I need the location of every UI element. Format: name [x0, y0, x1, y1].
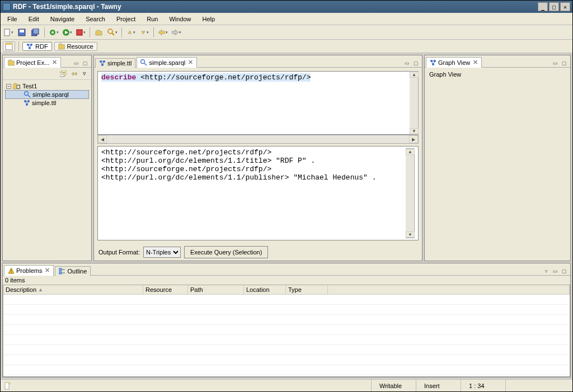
titlebar[interactable]: RDF - Test1/simple.sparql - Tawny _ □ ✕	[1, 1, 572, 13]
perspective-resource-label: Resource	[67, 43, 93, 50]
graph-view-tab[interactable]: Graph View ✕	[426, 57, 482, 68]
outline-tab-label: Outline	[67, 268, 87, 275]
minimize-view-button[interactable]: ▭	[72, 59, 80, 67]
perspective-rdf-label: RDF	[35, 43, 48, 50]
vertical-scrollbar[interactable]: ▲ ▼	[410, 71, 419, 135]
tree-project-root[interactable]: − Test1	[5, 82, 89, 90]
menu-run[interactable]: Run	[142, 15, 162, 23]
link-editor-button[interactable]	[69, 69, 78, 78]
menu-help[interactable]: Help	[198, 15, 220, 23]
menu-window[interactable]: Window	[165, 15, 195, 23]
collapse-all-button[interactable]	[59, 69, 68, 78]
problems-rows	[3, 295, 570, 376]
svg-rect-57	[5, 382, 9, 389]
tree-root-label: Test1	[22, 83, 37, 89]
scroll-track[interactable]	[107, 135, 409, 143]
scroll-down-button[interactable]: ▼	[406, 232, 415, 238]
warning-icon	[8, 267, 15, 274]
tree-item-sparql[interactable]: simple.sparql	[5, 90, 89, 99]
project-tree[interactable]: − Test1 simple.sparql simple.tt	[3, 80, 91, 109]
problems-view: Problems ✕ Outline ▿ ▭ ▢ 0 items Descrip	[2, 263, 571, 377]
close-button[interactable]: ✕	[560, 2, 570, 11]
close-icon[interactable]: ✕	[52, 59, 57, 66]
svg-rect-53	[59, 268, 62, 271]
output-format-select[interactable]: N-Triples	[143, 247, 181, 258]
search-button[interactable]: ▾	[107, 27, 118, 38]
problems-table[interactable]: Description ▲ Resource Path Location Typ…	[3, 285, 570, 377]
maximize-view-button[interactable]: ▢	[412, 59, 420, 67]
close-icon[interactable]: ✕	[473, 59, 478, 66]
minimize-view-button[interactable]: ▭	[403, 59, 411, 67]
outline-tab[interactable]: Outline	[55, 266, 91, 276]
next-annotation-button[interactable]: ▾	[139, 27, 150, 38]
forward-button[interactable]: ▾	[171, 27, 182, 38]
svg-marker-13	[142, 31, 145, 34]
view-menu-button[interactable]: ▿	[542, 267, 550, 275]
minimize-button[interactable]: _	[538, 2, 548, 11]
scroll-up-button[interactable]: ▲	[406, 149, 415, 155]
menu-navigate[interactable]: Navigate	[46, 15, 79, 23]
col-description[interactable]: Description ▲	[3, 285, 143, 294]
horizontal-scrollbar[interactable]: ◀ ▶	[97, 135, 419, 144]
minimize-view-button[interactable]: ▭	[551, 59, 559, 67]
perspective-rdf[interactable]: RDF	[22, 42, 52, 51]
scroll-track[interactable]	[410, 78, 418, 128]
back-button[interactable]: ▾	[157, 27, 168, 38]
problems-tab[interactable]: Problems ✕	[4, 265, 54, 276]
query-input[interactable]: describe <http://sourceforge.net/project…	[97, 71, 410, 135]
menu-edit[interactable]: Edit	[24, 15, 44, 23]
close-icon[interactable]: ✕	[45, 267, 50, 274]
svg-rect-0	[4, 29, 10, 36]
open-button[interactable]	[93, 27, 105, 38]
maximize-button[interactable]: □	[549, 2, 559, 11]
results-output[interactable]: <http://sourceforge.net/projects/rdfp/> …	[97, 146, 419, 240]
menu-search[interactable]: Search	[81, 15, 110, 23]
col-path[interactable]: Path	[188, 285, 244, 294]
sparql-file-icon	[140, 59, 147, 66]
debug-button[interactable]: ▾	[48, 27, 59, 38]
open-perspective-button[interactable]	[3, 41, 15, 51]
tree-item-ttl[interactable]: simple.ttl	[5, 99, 89, 107]
editor-tab-ttl[interactable]: simple.ttl	[95, 58, 135, 68]
col-resource[interactable]: Resource	[143, 285, 188, 294]
execute-query-button[interactable]: Execute Query (Selection)	[184, 246, 268, 258]
menu-file[interactable]: File	[3, 15, 22, 23]
perspective-resource[interactable]: Resource	[54, 42, 97, 51]
svg-point-52	[11, 272, 12, 273]
col-type[interactable]: Type	[286, 285, 328, 294]
svg-marker-15	[172, 30, 179, 35]
project-explorer-title: Project Ex...	[16, 59, 49, 66]
save-button[interactable]	[16, 27, 27, 38]
save-all-button[interactable]	[30, 27, 41, 38]
scroll-down-button[interactable]: ▼	[410, 128, 419, 134]
editor-controls: Output Format: N-Triples Execute Query (…	[94, 244, 422, 261]
svg-rect-27	[17, 86, 20, 88]
collapse-icon[interactable]: −	[6, 84, 11, 89]
close-icon[interactable]: ✕	[188, 59, 193, 66]
scroll-right-button[interactable]: ▶	[409, 135, 418, 143]
scroll-left-button[interactable]: ◀	[98, 135, 107, 143]
new-button[interactable]: ▾	[3, 27, 14, 38]
bottom-tabs: Problems ✕ Outline ▿ ▭ ▢	[3, 263, 570, 276]
app-icon	[3, 3, 11, 11]
menu-project[interactable]: Project	[112, 15, 140, 23]
col-location[interactable]: Location	[244, 285, 286, 294]
sort-asc-icon: ▲	[38, 287, 43, 292]
editor-tab-sparql[interactable]: simple.sparql ✕	[137, 57, 197, 68]
view-menu-button[interactable]: ▿	[80, 69, 89, 78]
prev-annotation-button[interactable]: ▾	[125, 27, 137, 38]
scroll-track[interactable]	[406, 155, 414, 232]
svg-line-11	[112, 33, 114, 35]
project-explorer-tab[interactable]: Project Ex... ✕	[4, 57, 61, 68]
project-explorer-view: Project Ex... ✕ ▭ ▢ ▿	[2, 55, 92, 261]
external-tool-button[interactable]: ▾	[75, 27, 86, 38]
run-button[interactable]: ▾	[62, 27, 73, 38]
scroll-up-button[interactable]: ▲	[410, 72, 419, 78]
status-left	[1, 382, 371, 390]
maximize-view-button[interactable]: ▢	[560, 267, 568, 275]
vertical-scrollbar[interactable]: ▲ ▼	[406, 148, 415, 238]
status-writable: Writable	[371, 380, 416, 391]
maximize-view-button[interactable]: ▢	[81, 59, 89, 67]
maximize-view-button[interactable]: ▢	[560, 59, 568, 67]
minimize-view-button[interactable]: ▭	[551, 267, 559, 275]
